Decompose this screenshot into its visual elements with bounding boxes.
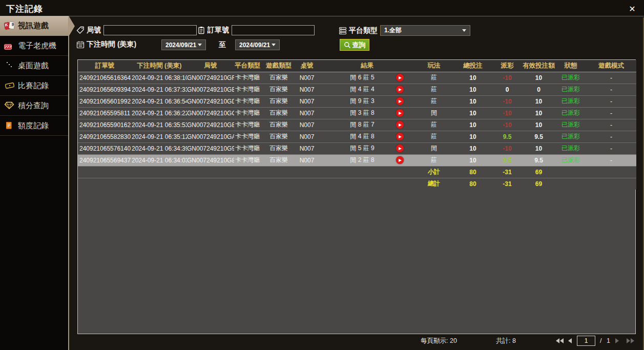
- cell-result: 閒 4 莊 8: [317, 131, 414, 142]
- close-icon[interactable]: ✕: [628, 5, 637, 14]
- cell-game: 百家樂: [261, 84, 297, 95]
- cell-table-no: N007: [297, 84, 317, 95]
- chevron-down-icon: [198, 44, 202, 46]
- cell-total-bet: 10: [453, 131, 492, 142]
- cell-platform: 卡卡灣廳: [234, 72, 261, 84]
- column-header-play: 玩法: [414, 60, 453, 72]
- cell-mode: -: [586, 131, 636, 142]
- play-video-icon[interactable]: [396, 133, 404, 140]
- table-row-selected[interactable]: 240921065569437 2024-09-21 06:34:03 GN00…: [78, 154, 636, 166]
- play-video-icon[interactable]: [396, 86, 404, 93]
- cell-result: 閒 9 莊 3: [317, 95, 414, 107]
- play-video-icon[interactable]: [396, 97, 404, 105]
- cell-order: 240921065569437: [78, 154, 132, 166]
- cell-game: 百家樂: [261, 131, 297, 142]
- cell-platform: 卡卡灣廳: [234, 84, 261, 95]
- page-input[interactable]: [577, 336, 595, 346]
- total-count-label: 共計: 8: [496, 335, 516, 346]
- result-text: 閒 2 莊 8: [331, 156, 393, 164]
- cell-total-bet: 10: [453, 95, 492, 107]
- cell-mode: -: [586, 95, 636, 107]
- column-header-payout: 派彩: [492, 60, 522, 72]
- cell-table-no: N007: [297, 95, 317, 107]
- content-area: 局號 訂單號 平台類型 1.全部: [69, 16, 644, 350]
- cell-order: 240921065590162: [78, 119, 132, 131]
- cell-round: GN007249210G9: [187, 142, 234, 154]
- pagination-next-button[interactable]: [615, 338, 619, 343]
- cell-play: 閒: [414, 107, 453, 119]
- cell-payout: 9.5: [492, 131, 522, 142]
- date-from-select[interactable]: 2024/09/21: [161, 39, 206, 50]
- cell-payout: -10: [492, 95, 522, 107]
- cell-time: 2024-09-21 06:35:53: [132, 119, 187, 131]
- cell-round: GN007249210G8: [187, 154, 234, 166]
- betting-record-window: 下注記錄 ✕ K 9 視訊遊戲 777 電子老虎機 桌面遊戲: [0, 0, 644, 350]
- date-to-value: 2024/09/21: [239, 42, 270, 49]
- pagination-last-button[interactable]: [627, 338, 635, 343]
- main-area: K 9 視訊遊戲 777 電子老虎機 桌面遊戲 比賽記錄: [0, 16, 644, 350]
- page-separator: /: [600, 335, 601, 346]
- date-to-select[interactable]: 2024/09/21: [235, 39, 280, 50]
- cell-status: 已派彩: [555, 72, 586, 84]
- platform-select[interactable]: 1.全部: [380, 25, 470, 36]
- payout-value: -10: [503, 121, 511, 129]
- titlebar: 下注記錄 ✕: [0, 0, 644, 16]
- play-video-icon[interactable]: [396, 145, 404, 152]
- diamond-icon: [4, 101, 15, 110]
- sidebar-item-credit-records[interactable]: 額度記錄: [0, 116, 68, 136]
- grand-total-total-bet: 80: [453, 178, 492, 190]
- cell-table-no: N007: [297, 131, 317, 142]
- search-button[interactable]: 查詢: [340, 39, 369, 51]
- cell-game: 百家樂: [261, 95, 297, 107]
- cell-status: 已派彩: [555, 119, 586, 131]
- cell-status: 已派彩: [555, 131, 586, 142]
- cell-platform: 卡卡灣廳: [234, 119, 261, 131]
- sidebar-item-label: 積分查詢: [18, 101, 49, 111]
- pagination-first-button[interactable]: [556, 338, 564, 343]
- chevron-down-icon: [272, 44, 276, 46]
- play-video-icon[interactable]: [396, 109, 404, 117]
- round-input[interactable]: [103, 25, 197, 35]
- column-header-platform: 平台類型: [234, 60, 261, 72]
- pagination-prev-button[interactable]: [568, 338, 572, 343]
- play-video-icon[interactable]: [396, 156, 404, 164]
- table-row[interactable]: 240921065582830 2024-09-21 06:35:12 GN00…: [78, 131, 636, 142]
- cell-play: 莊: [414, 84, 453, 95]
- table-row[interactable]: 240921065595811 2024-09-21 06:36:22 GN00…: [78, 107, 636, 119]
- cell-mode: -: [586, 119, 636, 131]
- play-video-icon[interactable]: [396, 121, 404, 129]
- calendar-icon: [76, 40, 85, 49]
- sidebar-item-match-records[interactable]: 比賽記錄: [0, 76, 68, 96]
- cell-game: 百家樂: [261, 154, 297, 166]
- column-header-round: 局號: [187, 60, 234, 72]
- sidebar-item-label: 電子老虎機: [18, 41, 56, 51]
- cell-status: 已派彩: [555, 84, 586, 95]
- table-row[interactable]: 240921065601992 2024-09-21 06:36:54 GN00…: [78, 95, 636, 107]
- table-row[interactable]: 240921065590162 2024-09-21 06:35:53 GN00…: [78, 119, 636, 131]
- platform-selected-value: 1.全部: [384, 26, 402, 35]
- sidebar-item-table-games[interactable]: 桌面遊戲: [0, 56, 68, 76]
- cell-platform: 卡卡灣廳: [234, 107, 261, 119]
- payout-value: -10: [503, 110, 511, 117]
- sidebar-item-points-query[interactable]: 積分查詢: [0, 96, 68, 116]
- table-row[interactable]: 240921065576140 2024-09-21 06:34:39 GN00…: [78, 142, 636, 154]
- search-button-label: 查詢: [352, 40, 366, 50]
- platform-stack-icon: [339, 27, 347, 35]
- total-pages-label: 1: [607, 335, 610, 346]
- cell-result: 閒 3 莊 8: [317, 107, 414, 119]
- table-row[interactable]: 240921065609394 2024-09-21 06:37:33 GN00…: [78, 84, 636, 95]
- column-header-mode: 遊戲模式: [586, 60, 636, 72]
- cell-round: GN007249210GF: [187, 72, 234, 84]
- play-video-icon[interactable]: [396, 74, 404, 81]
- sidebar-item-video-games[interactable]: K 9 視訊遊戲: [0, 16, 68, 36]
- cell-mode: -: [586, 154, 636, 166]
- table-row[interactable]: 240921065616364 2024-09-21 06:38:10 GN00…: [78, 72, 636, 84]
- cell-game: 百家樂: [261, 119, 297, 131]
- cell-status: 已派彩: [555, 142, 586, 154]
- search-icon: [344, 42, 351, 49]
- sidebar-item-slots[interactable]: 777 電子老虎機: [0, 36, 68, 56]
- cell-result: 閒 6 莊 5: [317, 72, 414, 84]
- order-input[interactable]: [232, 25, 315, 35]
- per-page-label: 每頁顯示: 20: [421, 335, 457, 346]
- cell-platform: 卡卡灣廳: [234, 142, 261, 154]
